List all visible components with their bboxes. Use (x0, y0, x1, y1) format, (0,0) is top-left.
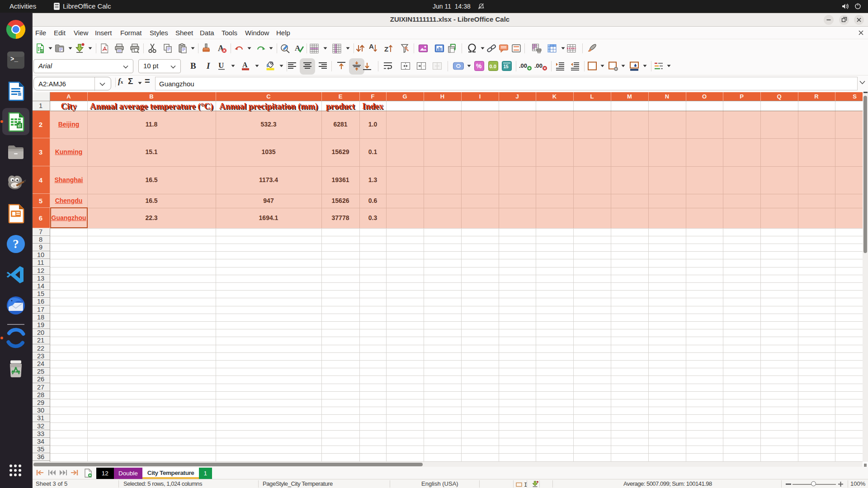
svg-text:Z: Z (384, 45, 388, 53)
svg-text:%: % (476, 62, 482, 70)
svg-text:A: A (242, 61, 248, 69)
svg-text:?: ? (13, 237, 19, 251)
svg-text:I: I (206, 61, 210, 70)
svg-text:U: U (218, 61, 224, 70)
svg-text:A: A (369, 43, 374, 50)
svg-text:0.0: 0.0 (490, 64, 496, 69)
svg-text:B: B (190, 61, 196, 70)
svg-text:15: 15 (504, 64, 509, 69)
svg-text:.00: .00 (534, 62, 542, 69)
svg-text:.00: .00 (519, 62, 527, 69)
svg-text:>_: >_ (10, 56, 18, 63)
